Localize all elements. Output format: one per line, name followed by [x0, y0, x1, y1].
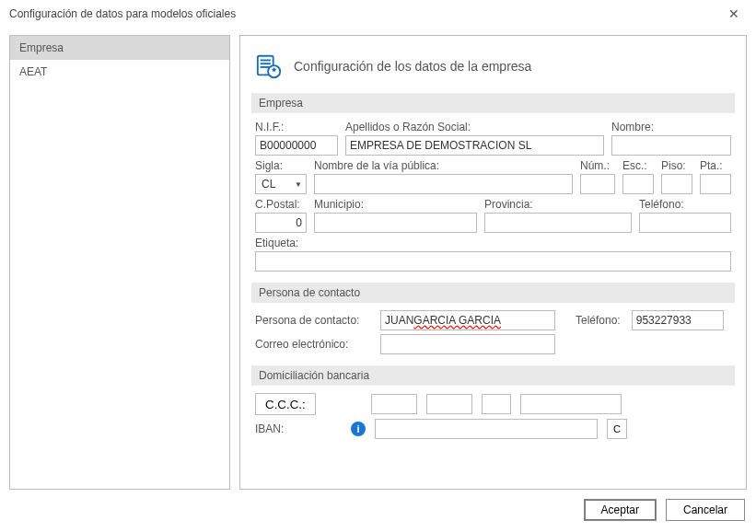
aceptar-label: Aceptar	[601, 503, 639, 516]
label-esc: Esc.:	[622, 159, 654, 172]
iban-calc-button[interactable]: C	[607, 419, 627, 439]
company-settings-icon	[255, 52, 283, 80]
label-telefono-contacto: Teléfono:	[576, 314, 621, 327]
provincia-field[interactable]	[484, 213, 632, 233]
sigla-value: CL	[262, 178, 275, 191]
footer: Aceptar Cancelar	[0, 490, 756, 521]
label-cpostal: C.Postal:	[255, 198, 307, 211]
persona-contacto-wavy: GARCIA GARCIA	[413, 314, 501, 327]
section-bancaria: Domiciliación bancaria	[251, 365, 735, 386]
info-icon[interactable]: i	[351, 422, 366, 436]
label-via: Nombre de la vía pública:	[314, 159, 573, 172]
etiqueta-field[interactable]	[255, 251, 731, 272]
section-empresa: Empresa	[251, 93, 735, 113]
svg-rect-1	[261, 60, 271, 62]
cancelar-label: Cancelar	[683, 503, 727, 516]
sidebar-item-aeat[interactable]: AEAT	[10, 60, 229, 84]
piso-field[interactable]	[661, 174, 692, 194]
titlebar: Configuración de datos para modelos ofic…	[0, 0, 756, 28]
label-correo: Correo electrónico:	[255, 338, 369, 351]
iban-calc-label: C	[613, 423, 621, 434]
label-iban: IBAN:	[255, 422, 305, 435]
sidebar: Empresa AEAT	[9, 35, 230, 490]
window-title: Configuración de datos para modelos ofic…	[9, 7, 236, 20]
via-field[interactable]	[314, 174, 573, 194]
sidebar-item-empresa[interactable]: Empresa	[10, 36, 229, 60]
label-sigla: Sigla:	[255, 159, 307, 172]
label-nombre: Nombre:	[611, 121, 731, 133]
sidebar-item-label: AEAT	[19, 65, 47, 78]
pta-field[interactable]	[700, 174, 731, 194]
label-etiqueta: Etiqueta:	[255, 237, 731, 249]
label-piso: Piso:	[661, 159, 692, 172]
label-provincia: Provincia:	[484, 198, 632, 211]
label-num: Núm.:	[580, 159, 615, 172]
nombre-field[interactable]	[611, 135, 731, 156]
correo-field[interactable]	[380, 334, 555, 354]
main-panel: Configuración de los datos de la empresa…	[239, 35, 747, 490]
num-field[interactable]	[580, 174, 615, 194]
sigla-select[interactable]: CL ▼	[255, 174, 307, 194]
apellidos-field[interactable]	[345, 135, 604, 156]
esc-field[interactable]	[622, 174, 654, 194]
label-persona-contacto: Persona de contacto:	[255, 314, 369, 327]
page-title: Configuración de los datos de la empresa	[294, 59, 531, 74]
cancelar-button[interactable]: Cancelar	[666, 499, 745, 521]
municipio-field[interactable]	[314, 213, 477, 233]
persona-contacto-field[interactable]: JUAN GARCIA GARCIA	[380, 310, 555, 330]
cpostal-field[interactable]	[255, 213, 307, 233]
chevron-down-icon: ▼	[295, 180, 302, 189]
iban-field[interactable]	[375, 419, 598, 439]
telefono-field[interactable]	[639, 213, 731, 233]
persona-contacto-pre: JUAN	[385, 314, 413, 327]
section-contacto: Persona de contacto	[251, 283, 735, 303]
ccc3-field[interactable]	[482, 394, 511, 414]
ccc1-field[interactable]	[371, 394, 417, 414]
ccc2-field[interactable]	[426, 394, 472, 414]
ccc4-field[interactable]	[520, 394, 622, 414]
sidebar-item-label: Empresa	[19, 41, 64, 54]
label-apellidos: Apellidos o Razón Social:	[345, 121, 604, 133]
label-telefono: Teléfono:	[639, 198, 731, 211]
nif-field[interactable]	[255, 135, 338, 156]
svg-rect-2	[261, 63, 271, 64]
aceptar-button[interactable]: Aceptar	[584, 499, 657, 521]
label-pta: Pta.:	[700, 159, 731, 172]
close-icon[interactable]: ✕	[721, 3, 747, 25]
ccc-button-label: C.C.C.:	[265, 398, 306, 411]
telefono-contacto-field[interactable]	[632, 310, 724, 330]
label-nif: N.I.F.:	[255, 121, 338, 133]
label-municipio: Municipio:	[314, 198, 477, 211]
ccc-button[interactable]: C.C.C.:	[255, 393, 316, 415]
